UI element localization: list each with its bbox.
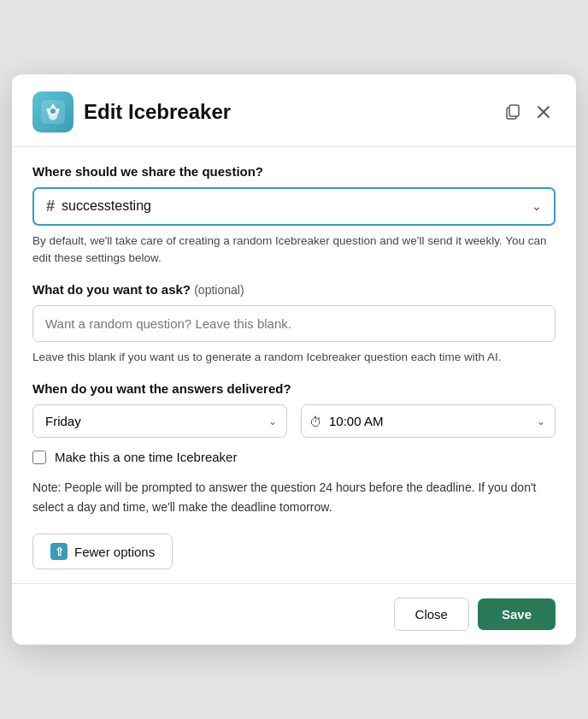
time-select-wrapper: 9:00 AM 10:00 AM 11:00 AM 12:00 PM 1:00 … [301,404,556,438]
channel-section-label: Where should we share the question? [32,164,556,179]
question-helper-text: Leave this blank if you want us to gener… [32,349,556,366]
modal-header: Edit Icebreaker [12,74,576,147]
fewer-options-label: Fewer options [74,545,155,559]
channel-select-dropdown[interactable]: # successtesting ⌄ [32,187,556,226]
delivery-section-label: When do you want the answers delivered? [32,381,556,396]
note-text: Note: People will be prompted to answer … [32,478,556,516]
optional-label: (optional) [194,283,244,297]
modal-title: Edit Icebreaker [84,100,491,124]
svg-point-1 [50,109,56,114]
delivery-row: Monday Tuesday Wednesday Thursday Friday… [32,404,556,438]
question-section-label: What do you want to ask? (optional) [32,282,556,297]
question-input[interactable] [32,305,556,342]
question-section: What do you want to ask? (optional) Leav… [32,282,556,366]
edit-icebreaker-modal: Edit Icebreaker Where should we share th… [12,74,576,645]
fewer-options-button[interactable]: ⇧ Fewer options [32,533,173,569]
hash-icon: # [46,197,55,215]
time-select[interactable]: 9:00 AM 10:00 AM 11:00 AM 12:00 PM 1:00 … [301,404,556,438]
duplicate-button[interactable] [501,100,525,124]
header-actions [501,100,556,124]
one-time-row: Make this a one time Icebreaker [32,450,556,464]
close-footer-button[interactable]: Close [394,598,469,631]
fewer-options-icon: ⇧ [50,543,68,560]
modal-body: Where should we share the question? # su… [12,147,576,584]
day-select-wrapper: Monday Tuesday Wednesday Thursday Friday… [32,404,287,438]
channel-helper-text: By default, we'll take care of creating … [32,233,556,268]
save-button[interactable]: Save [478,598,556,630]
one-time-label[interactable]: Make this a one time Icebreaker [55,450,237,464]
modal-footer: Close Save [12,583,576,645]
day-select[interactable]: Monday Tuesday Wednesday Thursday Friday… [32,404,287,438]
channel-name: successtesting [62,198,151,214]
app-icon [32,91,74,133]
delivery-section: When do you want the answers delivered? … [32,381,556,569]
chevron-down-icon: ⌄ [532,199,542,213]
svg-rect-3 [509,105,519,116]
channel-section: Where should we share the question? # su… [32,164,556,268]
close-button[interactable] [532,100,556,124]
one-time-checkbox[interactable] [32,451,46,464]
